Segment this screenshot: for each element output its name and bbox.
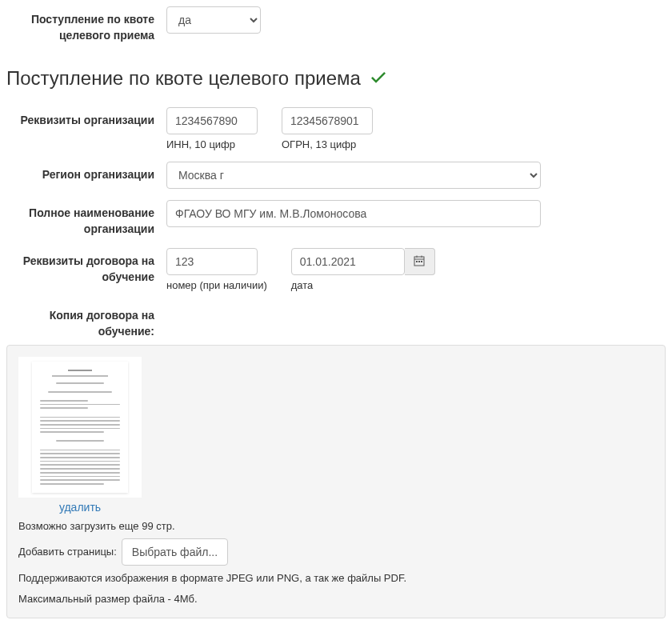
input-org-name[interactable] (166, 200, 541, 227)
label-org-requisites: Реквизиты организации (6, 107, 166, 150)
select-region[interactable]: Москва г (166, 162, 541, 189)
document-preview-icon (32, 362, 128, 493)
upload-panel: удалить Возможно загрузить еще 99 стр. Д… (6, 345, 666, 619)
add-pages-row: Добавить страницы: Выбрать файл... (18, 538, 654, 566)
supported-formats-text: Поддерживаются изображения в формате JPE… (18, 570, 654, 586)
max-size-text: Максимальный размер файла - 4Мб. (18, 591, 654, 607)
label-region: Регион организации (6, 162, 166, 189)
help-inn: ИНН, 10 цифр (166, 138, 258, 150)
choose-file-button[interactable]: Выбрать файл... (122, 538, 228, 566)
add-pages-label: Добавить страницы: (18, 544, 117, 560)
label-quota: Поступление по квоте целевого приема (6, 6, 166, 43)
controls-contract: номер (при наличии) дата (166, 248, 666, 291)
svg-rect-4 (416, 261, 418, 262)
controls-region: Москва г (166, 162, 666, 189)
input-contract-date[interactable] (291, 248, 405, 275)
delete-link[interactable]: удалить (18, 501, 142, 514)
calendar-icon (414, 255, 425, 269)
help-contract-number: номер (при наличии) (166, 279, 267, 291)
row-quota: Поступление по квоте целевого приема да (6, 6, 666, 43)
input-contract-number[interactable] (166, 248, 258, 275)
controls-org-requisites: ИНН, 10 цифр ОГРН, 13 цифр (166, 107, 666, 150)
svg-rect-6 (421, 261, 422, 262)
label-org-name: Полное наименование организации (6, 200, 166, 237)
row-org-name: Полное наименование организации (6, 200, 666, 237)
thumbnail-wrap: удалить (18, 357, 142, 514)
help-contract-date: дата (291, 279, 435, 291)
calendar-button[interactable] (405, 248, 435, 275)
select-quota[interactable]: да (166, 6, 261, 34)
section-title-text: Поступление по квоте целевого приема (6, 67, 361, 90)
controls-contract-copy (166, 302, 666, 339)
row-contract-copy: Копия договора на обучение: (6, 302, 666, 339)
help-ogrn: ОГРН, 13 цифр (282, 138, 373, 150)
remaining-pages-text: Возможно загрузить еще 99 стр. (18, 518, 654, 534)
svg-rect-5 (418, 261, 420, 262)
input-inn[interactable] (166, 107, 258, 134)
input-ogrn[interactable] (282, 107, 373, 134)
document-thumbnail[interactable] (18, 357, 142, 498)
check-icon (369, 67, 388, 90)
row-org-requisites: Реквизиты организации ИНН, 10 цифр ОГРН,… (6, 107, 666, 150)
label-contract-copy: Копия договора на обучение: (6, 302, 166, 339)
controls-org-name (166, 200, 666, 237)
row-contract: Реквизиты договора на обучение номер (пр… (6, 248, 666, 291)
row-region: Регион организации Москва г (6, 162, 666, 189)
label-contract: Реквизиты договора на обучение (6, 248, 166, 291)
controls-quota: да (166, 6, 666, 43)
section-title: Поступление по квоте целевого приема (6, 67, 666, 90)
